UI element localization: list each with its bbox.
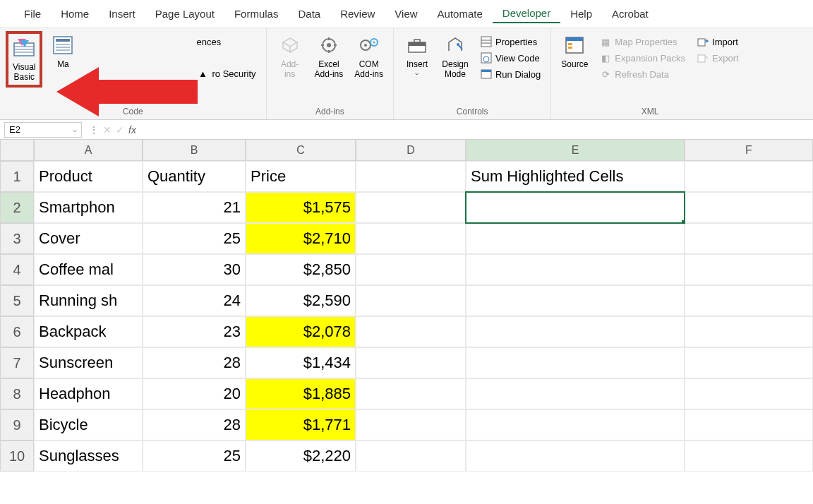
menu-view[interactable]: View xyxy=(385,5,427,23)
cell-d4[interactable] xyxy=(356,254,466,285)
cell-d1[interactable] xyxy=(356,161,466,192)
cell-d8[interactable] xyxy=(356,378,466,409)
column-header-f[interactable]: F xyxy=(685,140,813,161)
column-header-a[interactable]: A xyxy=(34,140,143,161)
cell-a5[interactable]: Running sh xyxy=(34,285,143,316)
cell-d3[interactable] xyxy=(356,223,466,254)
cell-e3[interactable] xyxy=(466,223,685,254)
cell-c10[interactable]: $2,220 xyxy=(246,440,356,472)
cell-f2[interactable] xyxy=(685,192,813,223)
column-header-e[interactable]: E xyxy=(466,140,685,161)
cell-c6[interactable]: $2,078 xyxy=(246,316,356,347)
cell-b7[interactable]: 28 xyxy=(143,347,246,378)
cell-f4[interactable] xyxy=(685,254,813,285)
excel-addins-button[interactable]: Excel Add-ins xyxy=(311,31,348,82)
cell-c8[interactable]: $1,885 xyxy=(246,378,356,409)
cell-d10[interactable] xyxy=(356,440,466,472)
properties-button[interactable]: Properties xyxy=(476,34,545,49)
refresh-data-button[interactable]: ⟳Refresh Data xyxy=(595,66,689,82)
cell-b5[interactable]: 24 xyxy=(143,285,246,316)
cell-f10[interactable] xyxy=(685,440,813,472)
cell-f1[interactable] xyxy=(685,161,813,192)
cell-e1[interactable]: Sum Highlighted Cells xyxy=(466,161,685,192)
macro-security-button[interactable]: ▲ro Security xyxy=(192,66,260,81)
cell-a3[interactable]: Cover xyxy=(34,223,143,254)
column-header-d[interactable]: D xyxy=(356,140,466,161)
cell-f9[interactable] xyxy=(685,409,813,440)
cell-c3[interactable]: $2,710 xyxy=(246,223,356,254)
menu-insert[interactable]: Insert xyxy=(99,5,145,23)
cell-d5[interactable] xyxy=(356,285,466,316)
cell-c9[interactable]: $1,771 xyxy=(246,409,356,440)
cell-f6[interactable] xyxy=(685,316,813,347)
menu-help[interactable]: Help xyxy=(560,5,602,23)
select-all-corner[interactable] xyxy=(0,140,34,161)
name-box[interactable]: E2 ⌵ xyxy=(4,122,82,138)
row-header-4[interactable]: 4 xyxy=(0,254,34,285)
menu-home[interactable]: Home xyxy=(51,5,99,23)
cell-c5[interactable]: $2,590 xyxy=(246,285,356,316)
row-header-6[interactable]: 6 xyxy=(0,316,34,347)
cell-f5[interactable] xyxy=(685,285,813,316)
cell-e8[interactable] xyxy=(466,378,685,409)
run-dialog-button[interactable]: Run Dialog xyxy=(476,66,545,82)
export-button[interactable]: Export xyxy=(692,50,743,66)
cell-c7[interactable]: $1,434 xyxy=(246,347,356,378)
cell-a2[interactable]: Smartphon xyxy=(34,192,143,223)
cell-b1[interactable]: Quantity xyxy=(143,161,246,192)
row-header-3[interactable]: 3 xyxy=(0,223,34,254)
row-header-1[interactable]: 1 xyxy=(0,161,34,192)
accept-icon[interactable]: ✓ xyxy=(116,124,124,136)
cell-c2[interactable]: $1,575 xyxy=(246,192,356,223)
menu-acrobat[interactable]: Acrobat xyxy=(602,5,658,23)
source-button[interactable]: Source xyxy=(557,31,592,72)
row-header-2[interactable]: 2 xyxy=(0,192,34,223)
cell-b4[interactable]: 30 xyxy=(143,254,246,285)
cell-b10[interactable]: 25 xyxy=(143,440,246,472)
cell-a4[interactable]: Coffee mal xyxy=(34,254,143,285)
design-mode-button[interactable]: Design Mode xyxy=(438,31,473,82)
menu-formulas[interactable]: Formulas xyxy=(224,5,289,23)
cell-c4[interactable]: $2,850 xyxy=(246,254,356,285)
com-addins-button[interactable]: COM Add-ins xyxy=(350,31,387,82)
cell-c1[interactable]: Price xyxy=(246,161,356,192)
cell-e2[interactable] xyxy=(466,192,685,223)
row-header-9[interactable]: 9 xyxy=(0,409,34,440)
cell-e7[interactable] xyxy=(466,347,685,378)
menu-file[interactable]: File xyxy=(14,5,51,23)
row-header-10[interactable]: 10 xyxy=(0,440,34,472)
cell-b3[interactable]: 25 xyxy=(143,223,246,254)
visual-basic-button[interactable]: Visual Basic xyxy=(6,31,42,88)
map-properties-button[interactable]: ▦Map Properties xyxy=(595,34,689,49)
cell-b2[interactable]: 21 xyxy=(143,192,246,223)
cancel-icon[interactable]: ✕ xyxy=(103,124,112,136)
expansion-packs-button[interactable]: ◧Expansion Packs xyxy=(595,50,689,66)
addins-button[interactable]: Add- ins xyxy=(272,31,308,82)
cell-f7[interactable] xyxy=(685,347,813,378)
cell-e6[interactable] xyxy=(466,316,685,347)
fx-icon[interactable]: fx xyxy=(128,124,136,136)
column-header-b[interactable]: B xyxy=(143,140,246,161)
menu-review[interactable]: Review xyxy=(330,5,385,23)
cell-a1[interactable]: Product xyxy=(34,161,143,192)
cell-e4[interactable] xyxy=(466,254,685,285)
insert-control-button[interactable]: Insert ⌵ xyxy=(399,31,435,79)
references-button[interactable]: ences xyxy=(192,35,260,49)
menu-developer[interactable]: Developer xyxy=(493,4,560,23)
cell-a6[interactable]: Backpack xyxy=(34,316,143,347)
cell-e9[interactable] xyxy=(466,409,685,440)
row-header-5[interactable]: 5 xyxy=(0,285,34,316)
cell-e5[interactable] xyxy=(466,285,685,316)
cell-d7[interactable] xyxy=(356,347,466,378)
cell-a8[interactable]: Headphon xyxy=(34,378,143,409)
cell-d6[interactable] xyxy=(356,316,466,347)
cell-b8[interactable]: 20 xyxy=(143,378,246,409)
chevron-down-icon[interactable]: ⌵ xyxy=(73,126,77,133)
menu-page-layout[interactable]: Page Layout xyxy=(145,5,224,23)
cell-a10[interactable]: Sunglasses xyxy=(34,440,143,472)
cell-b6[interactable]: 23 xyxy=(143,316,246,347)
cell-a9[interactable]: Bicycle xyxy=(34,409,143,440)
cell-d2[interactable] xyxy=(356,192,466,223)
row-header-7[interactable]: 7 xyxy=(0,347,34,378)
cell-e10[interactable] xyxy=(466,440,685,472)
